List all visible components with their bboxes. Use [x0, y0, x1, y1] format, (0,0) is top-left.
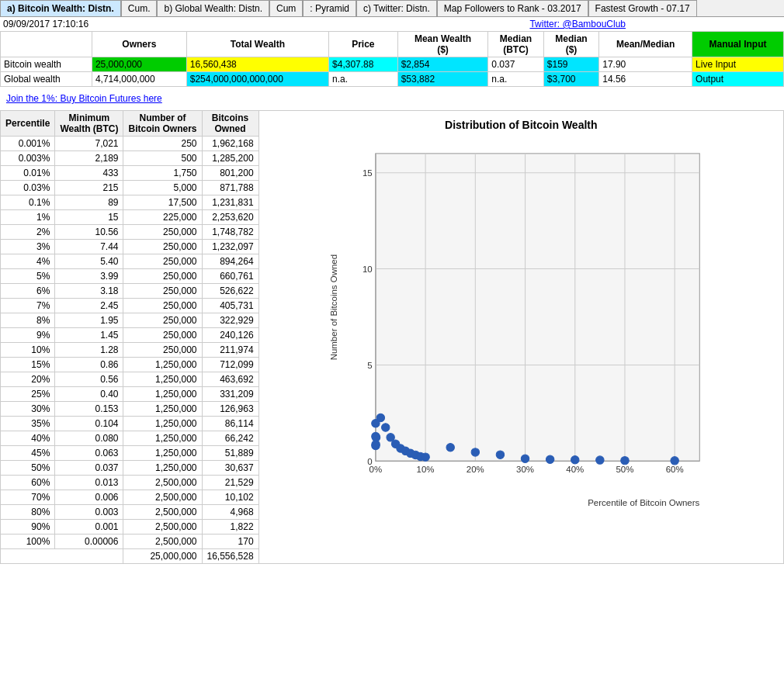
cell-num-owners: 500: [123, 151, 202, 166]
table-row: 10% 1.28 250,000 211,974: [1, 343, 259, 358]
bitcoin-label: Bitcoin wealth: [1, 57, 92, 72]
cell-num-owners: 2,500,000: [123, 476, 202, 490]
cell-min-wealth: 1.45: [55, 328, 123, 343]
cell-num-owners: 1,750: [123, 166, 202, 181]
cell-min-wealth: 0.003: [55, 505, 123, 520]
cell-percentile: 20%: [1, 372, 55, 387]
tab-pyramid[interactable]: : Pyramid: [303, 0, 356, 16]
cell-min-wealth: 0.080: [55, 431, 123, 446]
svg-text:Percentile of Bitcoin Owners: Percentile of Bitcoin Owners: [588, 498, 699, 507]
cell-min-wealth: 0.153: [55, 402, 123, 417]
col-median-btc: Median(BTC): [488, 32, 543, 57]
svg-point-42: [446, 444, 454, 451]
th-btc-owned: BitcoinsOwned: [202, 111, 258, 137]
join-link[interactable]: Join the 1%: Buy Bitcoin Futures here: [3, 90, 165, 107]
cell-btc-owned: 1,232,097: [202, 240, 258, 254]
cell-percentile: 0.003%: [1, 151, 55, 166]
table-row: 2% 10.56 250,000 1,748,782: [1, 225, 259, 240]
cell-btc-owned: 170: [202, 535, 258, 549]
tab-cum2[interactable]: Cum: [269, 0, 303, 16]
cell-btc-owned: 1,822: [202, 520, 258, 535]
bitcoin-mean: $2,854: [397, 57, 488, 72]
table-row: 4% 5.40 250,000 894,264: [1, 254, 259, 269]
cell-min-wealth: 7.44: [55, 240, 123, 254]
cell-percentile: 0.1%: [1, 195, 55, 210]
table-row: 8% 1.95 250,000 322,929: [1, 313, 259, 328]
cell-min-wealth: 215: [55, 181, 123, 195]
tab-global-wealth[interactable]: b) Global Wealth: Distn.: [157, 0, 269, 16]
cell-btc-owned: 1,285,200: [202, 151, 258, 166]
cell-percentile: 9%: [1, 328, 55, 343]
svg-text:50%: 50%: [616, 465, 633, 474]
cell-num-owners: 5,000: [123, 181, 202, 195]
tab-map[interactable]: Map Followers to Rank - 03.2017: [437, 0, 588, 16]
datetime-label: 09/09/2017 17:10:16: [3, 19, 88, 29]
cell-min-wealth: 1.28: [55, 343, 123, 358]
cell-btc-owned: 10,102: [202, 490, 258, 505]
cell-num-owners: 250,000: [123, 225, 202, 240]
tab-bitcoin-wealth[interactable]: a) Bitcoin Wealth: Distn.: [0, 0, 121, 16]
cell-percentile: 3%: [1, 240, 55, 254]
cell-min-wealth: 3.99: [55, 269, 123, 284]
cell-btc-owned: 51,889: [202, 446, 258, 461]
twitter-link[interactable]: Twitter: @BambouClub: [529, 19, 626, 29]
svg-point-47: [571, 456, 578, 464]
cell-min-wealth: 0.063: [55, 446, 123, 461]
cell-min-wealth: 7,021: [55, 137, 123, 151]
table-row: 1% 15 225,000 2,253,620: [1, 210, 259, 225]
tab-twitter[interactable]: c) Twitter: Distn.: [356, 0, 437, 16]
cell-min-wealth: 0.00006: [55, 535, 123, 549]
join-link-container: Join the 1%: Buy Bitcoin Futures here: [0, 87, 784, 110]
bitcoin-mean-median: 17.90: [599, 57, 692, 72]
cell-num-owners: 1,250,000: [123, 372, 202, 387]
cell-percentile: 70%: [1, 490, 55, 505]
tab-cum1[interactable]: Cum.: [121, 0, 158, 16]
cell-percentile: 7%: [1, 299, 55, 313]
cell-num-owners: 1,250,000: [123, 461, 202, 476]
cell-btc-owned: 126,963: [202, 402, 258, 417]
cell-min-wealth: 2.45: [55, 299, 123, 313]
header-row: 09/09/2017 17:10:16 Twitter: @BambouClub: [0, 17, 784, 31]
cell-btc-owned: 240,126: [202, 328, 258, 343]
svg-text:20%: 20%: [466, 465, 484, 474]
cell-min-wealth: 15: [55, 210, 123, 225]
global-median-usd: $3,700: [543, 72, 598, 87]
cell-percentile: 15%: [1, 358, 55, 372]
cell-btc-owned: 526,622: [202, 284, 258, 299]
cell-btc-owned: 66,242: [202, 431, 258, 446]
cell-btc-owned: 86,114: [202, 417, 258, 431]
table-row: 45% 0.063 1,250,000 51,889: [1, 446, 259, 461]
table-row: 15% 0.86 1,250,000 712,099: [1, 358, 259, 372]
table-row: 80% 0.003 2,500,000 4,968: [1, 505, 259, 520]
cell-percentile: 2%: [1, 225, 55, 240]
cell-min-wealth: 0.86: [55, 358, 123, 372]
bitcoin-input-type: Live Input: [692, 57, 784, 72]
cell-btc-owned: 211,974: [202, 343, 258, 358]
svg-point-48: [595, 456, 603, 464]
th-percentile: Percentile: [1, 111, 55, 137]
svg-text:10%: 10%: [416, 465, 434, 474]
cell-percentile: 100%: [1, 535, 55, 549]
table-row: 60% 0.013 2,500,000 21,529: [1, 476, 259, 490]
cell-btc-owned: 4,968: [202, 505, 258, 520]
cell-btc-owned: 801,200: [202, 166, 258, 181]
global-median-btc: n.a.: [488, 72, 543, 87]
table-row: 0.003% 2,189 500 1,285,200: [1, 151, 259, 166]
table-row: 20% 0.56 1,250,000 463,692: [1, 372, 259, 387]
th-num-owners: Number ofBitcoin Owners: [123, 111, 202, 137]
cell-percentile: 5%: [1, 269, 55, 284]
col-price: Price: [329, 32, 398, 57]
cell-btc-owned: 871,788: [202, 181, 258, 195]
global-input-type: Output: [692, 72, 784, 87]
svg-point-32: [376, 413, 384, 421]
tab-fastest-growth[interactable]: Fastest Growth - 07.17: [588, 0, 697, 16]
cell-num-owners: 250: [123, 137, 202, 151]
global-total-wealth: $254,000,000,000,000: [186, 72, 328, 87]
svg-point-46: [546, 455, 553, 463]
table-row: 0.01% 433 1,750 801,200: [1, 166, 259, 181]
col-manual-input: Manual Input: [692, 32, 784, 57]
cell-min-wealth: 433: [55, 166, 123, 181]
global-owners: 4,714,000,000: [92, 72, 186, 87]
cell-num-owners: 250,000: [123, 269, 202, 284]
total-owners: 25,000,000: [123, 549, 202, 564]
